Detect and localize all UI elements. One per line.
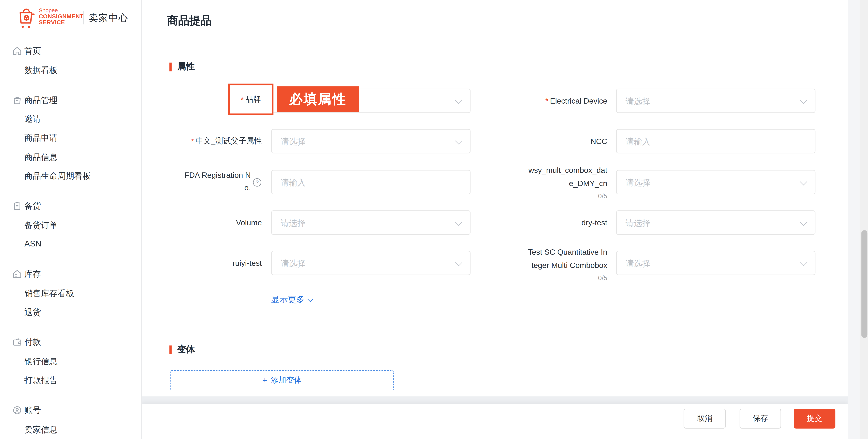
main-content: 商品提品 属性 * 品牌 必填属性 请选择 * Electrical Devic…	[142, 0, 848, 439]
chevron-down-icon	[455, 259, 462, 266]
save-button[interactable]: 保存	[740, 409, 781, 429]
brand-field-label-annotated: * 品牌	[228, 84, 273, 115]
clipboard-icon	[12, 201, 22, 211]
section-accent-bar	[169, 345, 172, 354]
logo-row: Shopee CONSIGNMENT SERVICE 卖家中心	[0, 0, 142, 35]
sidebar-item-sales-inventory-dashboard[interactable]: 销售库存看板	[0, 286, 142, 301]
sidebar-item-inventory[interactable]: 库存	[0, 266, 142, 282]
logo-divider	[83, 11, 84, 24]
chevron-down-icon	[800, 178, 807, 185]
page-title: 商品提品	[167, 13, 211, 28]
sidebar-item-remittance-report[interactable]: 打款报告	[0, 373, 142, 388]
sidebar-item-account[interactable]: 账号	[0, 403, 142, 418]
wsy-mult-combox-label: wsy_mult_combox_dat e_DMY_cn 0/5	[486, 163, 607, 200]
attributes-section-header: 属性	[169, 61, 195, 73]
add-variant-button[interactable]: + 添加变体	[170, 370, 394, 390]
sidebar-item-data-dashboard[interactable]: 数据看板	[0, 63, 142, 78]
user-icon	[12, 405, 22, 415]
fda-registration-input[interactable]: 请输入	[271, 170, 470, 194]
sidebar-item-asn[interactable]: ASN	[0, 236, 142, 251]
sidebar-item-stocking-orders[interactable]: 备货订单	[0, 218, 142, 233]
chevron-down-icon	[308, 296, 313, 302]
chevron-down-icon	[800, 219, 807, 226]
sidebar-item-product-info[interactable]: 商品信息	[0, 150, 142, 165]
brand-field-label: 品牌	[245, 94, 261, 104]
sidebar-item-product-lifecycle-dashboard[interactable]: 商品生命周期看板	[0, 168, 142, 184]
sidebar-item-product-management[interactable]: 商品管理	[0, 93, 142, 108]
seller-center-page: Shopee CONSIGNMENT SERVICE 卖家中心 首页 数据看板 …	[0, 0, 868, 439]
variants-section-header: 变体	[169, 344, 195, 355]
page-right-edge	[848, 0, 860, 439]
sidebar-item-stocking[interactable]: 备货	[0, 198, 142, 214]
sidebar: Shopee CONSIGNMENT SERVICE 卖家中心 首页 数据看板 …	[0, 0, 142, 439]
section-accent-bar	[169, 62, 172, 71]
ruiyi-test-select[interactable]: 请选择	[271, 251, 470, 275]
sidebar-item-home[interactable]: 首页	[0, 43, 142, 59]
sidebar-item-payment[interactable]: 付款	[0, 335, 142, 350]
ncc-label: NCC	[486, 129, 607, 153]
cn-parent-child-attr-label: * 中文_测试父子属性	[151, 129, 262, 153]
required-attribute-badge: 必填属性	[277, 87, 359, 112]
brand-line-service: SERVICE	[39, 19, 84, 26]
chevron-down-icon	[455, 97, 462, 104]
volume-label: Volume	[151, 210, 262, 234]
cn-parent-child-attr-select[interactable]: 请选择	[271, 129, 470, 153]
variants-section-title: 变体	[177, 344, 195, 355]
sidebar-item-bank-info[interactable]: 银行信息	[0, 354, 142, 369]
sidebar-item-returns[interactable]: 退货	[0, 305, 142, 320]
scrollbar-thumb[interactable]	[861, 230, 867, 338]
fda-registration-label: FDA Registration N o.	[151, 169, 251, 194]
home-icon	[12, 46, 22, 56]
selection-counter: 0/5	[486, 192, 607, 200]
electrical-device-label: * Electrical Device	[486, 89, 607, 113]
sidebar-item-seller-info[interactable]: 卖家信息	[0, 422, 142, 437]
show-more-link[interactable]: 显示更多	[271, 294, 312, 305]
cancel-button[interactable]: 取消	[684, 409, 726, 429]
help-question-icon[interactable]: ?	[253, 178, 261, 187]
attributes-section-title: 属性	[177, 61, 195, 73]
submit-button[interactable]: 提交	[794, 409, 835, 429]
dry-test-label: dry-test	[486, 210, 607, 234]
chevron-down-icon	[455, 219, 462, 226]
sidebar-item-product-application[interactable]: 商品申请	[0, 130, 142, 146]
shopee-consignment-logo-icon	[17, 5, 36, 30]
portal-name: 卖家中心	[89, 12, 128, 25]
shopping-bag-icon	[12, 95, 22, 105]
wallet-icon	[12, 337, 22, 347]
ncc-input[interactable]: 请输入	[616, 129, 815, 153]
footer-gap	[142, 397, 848, 404]
brand-wordmark: Shopee CONSIGNMENT SERVICE	[39, 7, 84, 26]
electrical-device-select[interactable]: 请选择	[616, 89, 815, 113]
plus-icon: +	[262, 376, 268, 385]
required-asterisk: *	[191, 137, 194, 146]
brand-line-consignment: CONSIGNMENT	[39, 13, 84, 19]
volume-select[interactable]: 请选择	[271, 210, 470, 234]
scrollbar[interactable]	[860, 0, 868, 439]
chevron-down-icon	[455, 137, 462, 145]
selection-counter: 0/5	[486, 274, 607, 282]
test-sc-quantitative-select[interactable]: 请选择	[616, 251, 815, 275]
warehouse-icon	[12, 269, 22, 279]
sidebar-item-invite[interactable]: 邀请	[0, 111, 142, 127]
required-asterisk: *	[545, 96, 548, 105]
wsy-mult-combox-select[interactable]: 请选择	[616, 170, 815, 194]
required-asterisk: *	[241, 95, 244, 104]
chevron-down-icon	[800, 259, 807, 266]
ruiyi-test-label: ruiyi-test	[151, 251, 262, 275]
test-sc-quantitative-label: Test SC Quantitative In teger Multi Comb…	[486, 245, 607, 282]
brand-line-shopee: Shopee	[39, 7, 84, 13]
chevron-down-icon	[800, 97, 807, 104]
dry-test-select[interactable]: 请选择	[616, 210, 815, 234]
